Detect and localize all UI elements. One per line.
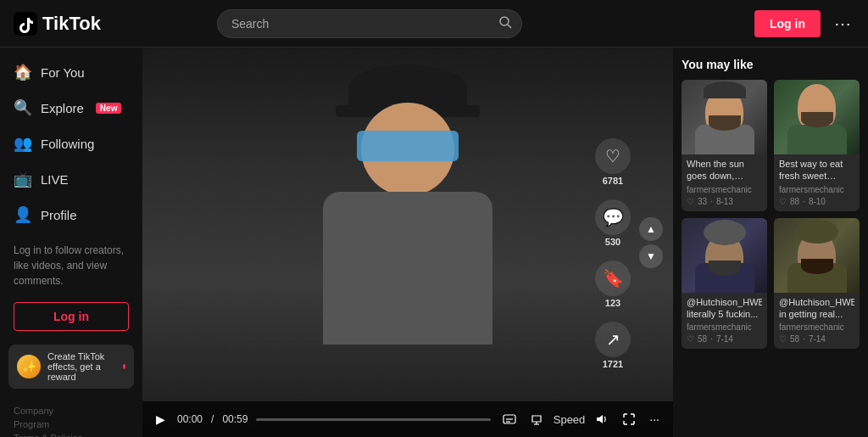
caption-button[interactable] <box>499 411 520 428</box>
recommendations-grid: When the sun goes down, doesnt mea... fa… <box>682 80 860 349</box>
rec-date-4: 7-14 <box>809 334 826 344</box>
progress-bar[interactable] <box>256 418 490 421</box>
rec-sep-2: · <box>803 197 805 206</box>
ctrl-right: Speed ··· <box>499 411 663 428</box>
share-action[interactable]: ↗ 1721 <box>595 322 631 369</box>
sidebar-item-for-you[interactable]: 🏠 For You <box>0 54 142 90</box>
thumb-person-3 <box>682 218 767 293</box>
rec-info-2: Best way to eat fresh sweet corn... farm… <box>774 154 860 211</box>
share-count: 1721 <box>603 359 623 369</box>
svg-point-1 <box>500 17 509 25</box>
time-total: 00:59 <box>222 413 248 425</box>
rec-card-4[interactable]: @Hutchison_HWBrand in getting real... fa… <box>774 218 860 350</box>
more-options-video[interactable]: ··· <box>646 411 663 428</box>
rec-author-3: farmersmechanic <box>687 322 762 332</box>
rec-likes-1: 33 <box>698 197 707 206</box>
more-options-button[interactable]: ⋯ <box>831 10 854 37</box>
rec-likes-2: 88 <box>790 197 799 206</box>
effects-dot <box>123 364 125 369</box>
person-body <box>323 192 492 345</box>
logo[interactable]: TikTok <box>14 12 101 36</box>
scroll-up-button[interactable]: ▲ <box>639 217 663 241</box>
logo-text: TikTok <box>42 13 101 35</box>
scroll-arrows: ▲ ▼ <box>639 217 663 268</box>
tiktok-logo-icon <box>14 12 37 36</box>
time-current: 00:00 <box>177 413 203 425</box>
like-action[interactable]: ♡ 6781 <box>595 138 631 186</box>
sidebar-item-profile[interactable]: 👤 Profile <box>0 197 142 233</box>
footer-terms[interactable]: Terms & Policies <box>14 433 129 437</box>
rec-info-4: @Hutchison_HWBrand in getting real... fa… <box>774 293 860 350</box>
rec-likes-4: 58 <box>790 334 799 344</box>
rec-title-3: @Hutchison_HWBrand literally 5 fuckin... <box>687 296 762 321</box>
rec-author-1: farmersmechanic <box>687 185 762 194</box>
sidebar-item-explore[interactable]: 🔍 Explore New <box>0 90 142 126</box>
rec-thumb-1 <box>682 80 767 154</box>
following-label: Following <box>41 137 94 151</box>
effects-banner-text: Create TikTok effects, get a reward <box>47 351 116 382</box>
screen-share-button[interactable] <box>526 411 547 428</box>
sidebar: 🏠 For You 🔍 Explore New 👥 Following 📺 LI… <box>0 48 142 437</box>
thumb-person-1 <box>682 80 767 154</box>
like-icon: ♡ <box>595 138 631 174</box>
rec-sep-4: · <box>803 334 805 344</box>
bookmark-icon: 🔖 <box>595 261 631 296</box>
time-separator: / <box>211 413 214 425</box>
header: TikTok Log in ⋯ <box>0 0 868 48</box>
rec-title-2: Best way to eat fresh sweet corn... <box>779 158 854 182</box>
rec-sep-1: · <box>710 197 713 206</box>
fullscreen-button[interactable] <box>619 411 639 428</box>
thumb-person-2 <box>774 80 860 154</box>
rec-like-icon-4: ♡ <box>779 334 787 344</box>
video-controls: ▶ 00:00 / 00:59 <box>142 401 673 437</box>
footer-company[interactable]: Company <box>14 406 129 416</box>
rec-like-icon-2: ♡ <box>779 197 787 206</box>
comment-icon: 💬 <box>595 199 631 235</box>
rec-stats-4: ♡ 58 · 7-14 <box>779 334 854 344</box>
home-icon: 🏠 <box>14 63 32 81</box>
rec-date-1: 8-13 <box>716 197 733 206</box>
effects-banner[interactable]: ✨ Create TikTok effects, get a reward <box>8 345 134 389</box>
login-prompt-text: Log in to follow creators, like videos, … <box>0 233 142 299</box>
main-content: 🏠 For You 🔍 Explore New 👥 Following 📺 LI… <box>0 48 868 437</box>
share-icon: ↗ <box>595 322 631 357</box>
profile-label: Profile <box>41 208 77 222</box>
video-person <box>272 64 543 387</box>
search-input[interactable] <box>217 9 522 38</box>
rec-card-3[interactable]: @Hutchison_HWBrand literally 5 fuckin...… <box>682 218 767 350</box>
rec-date-3: 7-14 <box>716 334 733 344</box>
sidebar-item-live[interactable]: 📺 LIVE <box>0 161 142 197</box>
scroll-down-button[interactable]: ▼ <box>639 244 663 268</box>
rec-stats-1: ♡ 33 · 8-13 <box>687 197 762 206</box>
rec-card-1[interactable]: When the sun goes down, doesnt mea... fa… <box>682 80 767 211</box>
rec-author-2: farmersmechanic <box>779 185 854 194</box>
volume-button[interactable] <box>592 411 612 428</box>
rec-author-4: farmersmechanic <box>779 322 854 332</box>
you-may-like-title: You may like <box>682 58 860 71</box>
rec-info-1: When the sun goes down, doesnt mea... fa… <box>682 154 767 211</box>
video-area: ▲ ▼ ♡ 6781 💬 530 🔖 123 ↗ <box>142 48 673 437</box>
explore-label: Explore <box>41 101 84 115</box>
sidebar-login-button[interactable]: Log in <box>14 302 129 331</box>
rec-thumb-3 <box>682 218 767 293</box>
video-actions: ♡ 6781 💬 530 🔖 123 ↗ 1721 <box>595 138 631 369</box>
new-badge: New <box>96 103 122 114</box>
play-button[interactable]: ▶ <box>153 411 169 428</box>
rec-thumb-4 <box>774 218 860 293</box>
live-label: LIVE <box>41 172 69 187</box>
comment-action[interactable]: 💬 530 <box>595 199 631 247</box>
sidebar-item-following[interactable]: 👥 Following <box>0 126 142 161</box>
right-panel: You may like When the sun goes down, doe… <box>673 48 868 437</box>
video-container: ▲ ▼ ♡ 6781 💬 530 🔖 123 ↗ <box>142 48 673 437</box>
search-icon[interactable] <box>498 15 512 32</box>
login-button[interactable]: Log in <box>754 10 821 37</box>
like-count: 6781 <box>603 176 623 186</box>
rec-likes-3: 58 <box>698 334 707 344</box>
bookmark-action[interactable]: 🔖 123 <box>595 261 631 308</box>
footer-program[interactable]: Program <box>14 419 129 429</box>
thumb-person-4 <box>774 218 860 293</box>
speed-label[interactable]: Speed <box>554 413 586 426</box>
effects-icon: ✨ <box>17 355 41 378</box>
header-right: Log in ⋯ <box>754 10 854 37</box>
rec-card-2[interactable]: Best way to eat fresh sweet corn... farm… <box>774 80 860 211</box>
